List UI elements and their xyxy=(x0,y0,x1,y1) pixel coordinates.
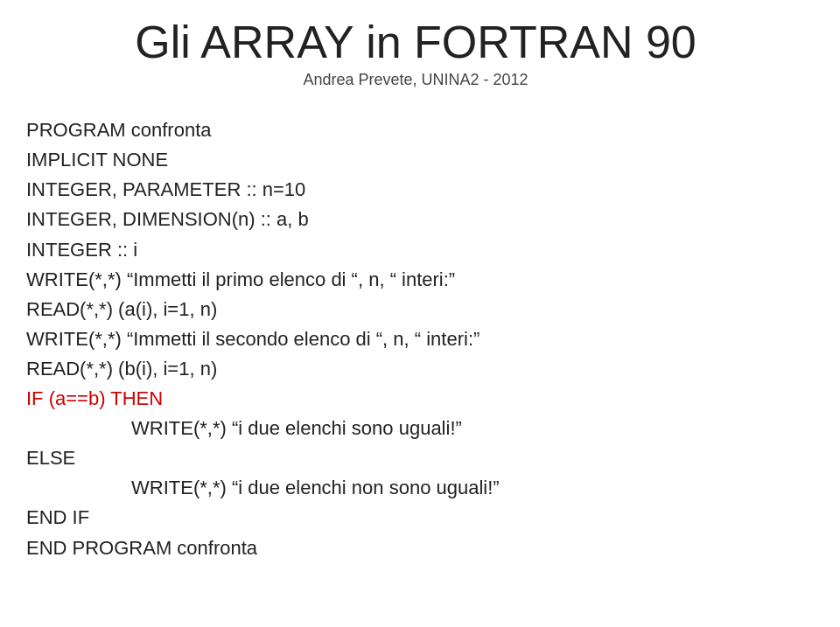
code-line: INTEGER :: i xyxy=(26,235,814,265)
code-line: PROGRAM confronta xyxy=(26,115,814,145)
code-line: END PROGRAM confronta xyxy=(26,533,814,563)
code-line: IMPLICIT NONE xyxy=(26,145,814,175)
code-line: WRITE(*,*) “i due elenchi sono uguali!” xyxy=(26,414,814,443)
code-line: READ(*,*) (a(i), i=1, n) xyxy=(26,295,814,324)
code-line: ELSE xyxy=(26,443,814,473)
code-line: WRITE(*,*) “i due elenchi non sono ugual… xyxy=(26,473,814,503)
subtitle: Andrea Prevete, UNINA2 - 2012 xyxy=(18,71,814,89)
code-line: INTEGER, PARAMETER :: n=10 xyxy=(26,175,814,205)
page: Gli ARRAY in FORTRAN 90 Andrea Prevete, … xyxy=(0,0,840,627)
code-line: IF (a==b) THEN xyxy=(26,384,814,414)
code-line: WRITE(*,*) “Immetti il secondo elenco di… xyxy=(26,324,814,354)
code-line: END IF xyxy=(26,503,814,533)
code-line: WRITE(*,*) “Immetti il primo elenco di “… xyxy=(26,265,814,295)
code-line: INTEGER, DIMENSION(n) :: a, b xyxy=(26,205,814,234)
header: Gli ARRAY in FORTRAN 90 Andrea Prevete, … xyxy=(18,17,814,89)
code-line: READ(*,*) (b(i), i=1, n) xyxy=(26,354,814,384)
main-title: Gli ARRAY in FORTRAN 90 xyxy=(18,17,814,67)
code-section: PROGRAM confrontaIMPLICIT NONEINTEGER, P… xyxy=(18,115,814,562)
